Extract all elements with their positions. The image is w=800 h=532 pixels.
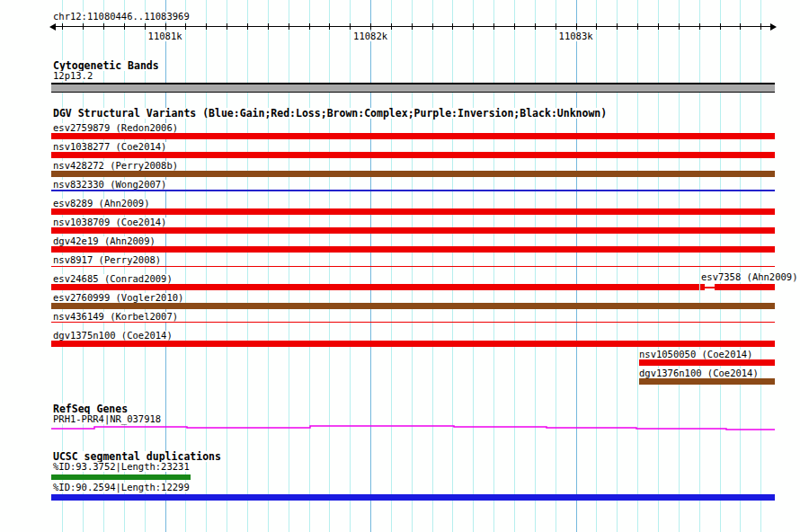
ruler-tick-label: 11081k [147, 31, 184, 41]
variant-label[interactable]: nsv832330 (Wong2007) [52, 180, 167, 190]
ruler-tick [617, 23, 618, 30]
ruler-tick [185, 23, 186, 30]
variant-bar[interactable] [51, 303, 775, 309]
ruler-tick [514, 23, 515, 30]
ruler-tick-label: 11082k [351, 31, 389, 41]
ruler-tick [493, 23, 494, 30]
ruler-tick [556, 23, 556, 30]
ruler-tick [103, 23, 104, 30]
variant-bar[interactable] [51, 227, 775, 234]
dgv-track-title: DGV Structural Variants (Blue:Gain;Red:L… [52, 108, 608, 119]
variant-label[interactable]: esv8289 (Ahn2009) [52, 199, 150, 208]
variant-label[interactable]: nsv1050050 (Coe2014) [638, 350, 753, 359]
ruler-tick [473, 23, 474, 30]
ruler-tick [206, 23, 207, 30]
variant-bar[interactable] [51, 190, 775, 191]
variant-bar[interactable] [51, 133, 775, 139]
variant-bar[interactable] [51, 152, 775, 158]
variant-label[interactable]: nsv436149 (Korbel2007) [52, 312, 179, 322]
variant-label[interactable]: dgv42e19 (Ahn2009) [52, 236, 156, 246]
ruler-tick [452, 23, 453, 30]
ruler-tick [370, 23, 371, 30]
variant-label[interactable]: esv24685 (Conrad2009) [52, 274, 173, 284]
variant-bar[interactable] [51, 284, 699, 290]
ruler-tick [62, 23, 63, 30]
variant-bar[interactable] [705, 287, 715, 288]
ruler-tick [740, 23, 741, 30]
segdup-bar[interactable] [51, 494, 775, 501]
variant-bar[interactable] [51, 246, 775, 253]
ruler-tick [720, 23, 721, 30]
ruler-tick [576, 23, 577, 30]
ruler-tick [329, 23, 330, 30]
ruler-tick [658, 23, 659, 30]
variant-bar[interactable] [51, 171, 775, 177]
ruler-tick [289, 23, 289, 30]
segdup-bar[interactable] [51, 474, 191, 480]
ruler-tick [596, 23, 597, 30]
ruler-tick [227, 23, 227, 30]
ruler-tick [350, 23, 351, 30]
variant-bar[interactable] [715, 284, 775, 290]
variant-label[interactable]: esv2760999 (Vogler2010) [52, 293, 184, 303]
variant-bar[interactable] [51, 322, 775, 323]
cytoband-label: 12p13.2 [52, 71, 93, 81]
ruler-tick [165, 23, 166, 30]
variant-bar[interactable] [639, 378, 775, 385]
ruler-tick [699, 23, 700, 30]
variant-label[interactable]: nsv8917 (Perry2008) [52, 255, 162, 265]
ruler-tick [268, 23, 269, 30]
region-label: chr12:11080446..11083969 [52, 12, 191, 22]
variant-label[interactable]: dgv1375n100 (Coe2014) [52, 331, 173, 341]
ruler-tick [679, 23, 680, 30]
gene-label[interactable]: PRH1-PRR4|NR_037918 [52, 414, 162, 424]
segdup-label[interactable]: %ID:93.3752|Length:23231 [52, 462, 191, 472]
variant-label[interactable]: esv2759879 (Redon2006) [52, 123, 179, 133]
ruler-tick [247, 23, 248, 30]
ruler-tick [391, 23, 392, 30]
genome-browser-view: chr12:11080446..11083969 Cytogenetic Ban… [0, 0, 800, 532]
variant-label[interactable]: nsv1038709 (Coe2014) [52, 217, 167, 227]
variant-label[interactable]: esv7358 (Ahn2009) [700, 272, 798, 282]
ruler-tick [145, 23, 146, 30]
ruler-tick [412, 23, 413, 30]
variant-bar[interactable] [51, 341, 775, 347]
ruler-tick [760, 23, 761, 30]
ruler-tick-label: 11083k [557, 31, 595, 41]
segdup-label[interactable]: %ID:90.2594|Length:12299 [52, 483, 191, 492]
variant-bar[interactable] [51, 266, 775, 267]
ruler-tick [432, 23, 433, 30]
variant-bar[interactable] [51, 208, 775, 215]
variant-label[interactable]: nsv428272 (Perry2008b) [52, 161, 179, 171]
variant-label[interactable]: nsv1038277 (Coe2014) [52, 142, 167, 152]
ruler-tick [83, 23, 84, 30]
ruler-tick [309, 23, 310, 30]
ruler-tick [124, 23, 125, 30]
ruler-tick [637, 23, 638, 30]
variant-bar[interactable] [639, 359, 775, 366]
ruler-tick [535, 23, 536, 30]
variant-label[interactable]: dgv1376n100 (Coe2014) [638, 368, 760, 378]
